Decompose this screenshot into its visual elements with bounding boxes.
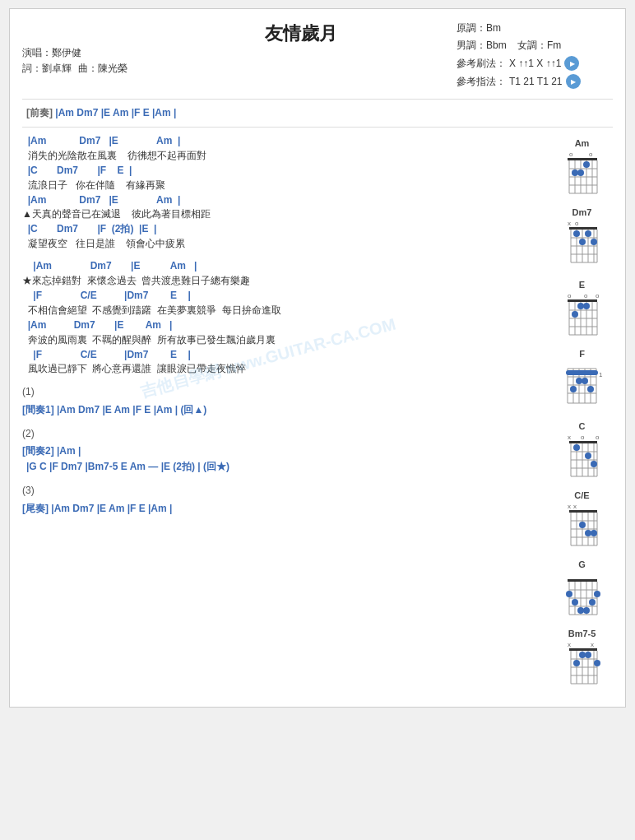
svg-point-32	[591, 239, 597, 245]
play-strum-button[interactable]	[564, 56, 579, 71]
meta-right: 原調：Bm 男調：Bbm 女調：Fm 參考刷法： X ↑↑1 X ↑↑1 參考指…	[448, 21, 613, 92]
svg-point-98	[585, 530, 591, 536]
svg-rect-2	[568, 158, 597, 160]
svg-point-48	[583, 303, 590, 309]
chord-dm7: Dm7 x o	[561, 207, 604, 270]
svg-rect-18	[569, 227, 597, 230]
chord-f-label: F	[579, 349, 585, 359]
svg-rect-100	[568, 579, 597, 582]
lyrics-v2-2: 不相信會絕望 不感覺到躊躇 在美夢裏競爭 每日拚命進取	[22, 303, 543, 318]
svg-text:x: x	[568, 220, 571, 227]
composer: 曲：陳光榮	[78, 62, 127, 76]
svg-text:x: x	[573, 503, 577, 510]
title-section: 友情歲月	[154, 21, 448, 51]
play-finger-button[interactable]	[566, 74, 581, 89]
outro-number: (3)	[22, 483, 543, 499]
chord-c-label: C	[579, 421, 586, 431]
chord-c-diagram: x o o	[561, 433, 604, 480]
verse-2: |Am Dm7 |E Am | ★來忘掉錯對 來懷念過去 曾共渡患難日子總有樂趣…	[22, 259, 543, 376]
svg-point-31	[579, 239, 586, 245]
lyrics-v1-1: 消失的光陰散在風裏 彷彿想不起再面對	[22, 148, 543, 163]
svg-text:o: o	[569, 151, 573, 158]
original-key: 原調：Bm	[457, 22, 501, 34]
svg-text:o: o	[596, 292, 600, 299]
lyrics-v2-4: 風吹過已靜下 將心意再還誰 讓眼淚已帶走夜憔悴	[22, 361, 543, 376]
chords-v1-2: |C Dm7 |F E |	[22, 164, 543, 178]
interlude-1-line: [間奏1] |Am Dm7 |E Am |F E |Am | (回▲)	[22, 402, 543, 418]
prelude-line: [前奏] |Am Dm7 |E Am |F E |Am |	[22, 106, 613, 120]
chord-am-diagram: o o	[561, 150, 604, 197]
outro-line: [尾奏] |Am Dm7 |E Am |F E |Am |	[22, 501, 543, 517]
header: 演唱：鄭伊健 詞：劉卓輝 曲：陳光榮 友情歲月 原調：Bm 男調：Bbm 女調：…	[22, 21, 613, 92]
svg-point-116	[583, 607, 590, 614]
svg-point-64	[582, 378, 588, 384]
strum-row: 參考刷法： X ↑↑1 X ↑↑1	[457, 56, 613, 71]
lyrics-v1-3: ▲天真的聲音已在滅退 彼此為著目標相距	[22, 207, 543, 221]
chord-ce: C/E x x	[561, 490, 604, 550]
svg-point-81	[573, 444, 580, 451]
interlude-2-label: [間奏2]	[22, 445, 54, 457]
svg-text:o: o	[581, 434, 585, 441]
svg-point-15	[577, 169, 584, 176]
svg-point-47	[577, 303, 584, 309]
chord-e-label: E	[579, 280, 585, 290]
chord-bm7-5: Bm7-5 x x	[561, 629, 604, 691]
interlude-1-block: (1) [間奏1] |Am Dm7 |E Am |F E |Am | (回▲)	[22, 384, 543, 417]
chord-c: C x o o	[561, 421, 604, 480]
chord-e-diagram: o o o	[561, 291, 604, 339]
lyrics-v1-4: 凝望夜空 往日是誰 領會心中疲累	[22, 236, 543, 251]
chord-ce-label: C/E	[574, 490, 589, 500]
interlude-1-label: [間奏1]	[22, 404, 54, 415]
chord-bm7-5-diagram: x x	[561, 640, 604, 691]
svg-text:o: o	[575, 220, 579, 227]
finger-label: 參考指法：	[457, 75, 506, 89]
chord-am: Am o o	[561, 138, 604, 197]
svg-point-49	[572, 311, 578, 318]
svg-point-29	[573, 230, 580, 237]
svg-point-99	[591, 530, 597, 536]
chord-dm7-diagram: x o	[561, 219, 604, 270]
svg-text:x: x	[568, 434, 571, 441]
finger-pattern: T1 21 T1 21	[509, 76, 563, 87]
lyrics-v2-3: 奔波的風雨裏 不羈的醒與醉 所有故事已發生飄泊歲月裏	[22, 332, 543, 347]
svg-rect-62	[566, 370, 598, 375]
chord-dm7-label: Dm7	[572, 207, 592, 217]
svg-point-30	[585, 230, 591, 237]
svg-text:o: o	[568, 292, 572, 299]
chords-v1-1: |Am Dm7 |E Am |	[22, 134, 543, 148]
verse-1: |Am Dm7 |E Am | 消失的光陰散在風裏 彷彿想不起再面對 |C Dm…	[22, 134, 543, 251]
outro-block: (3) [尾奏] |Am Dm7 |E Am |F E |Am |	[22, 483, 543, 516]
divider-2	[22, 127, 613, 128]
lyrics-v1-2: 流浪日子 你在伴隨 有緣再聚	[22, 178, 543, 193]
svg-point-132	[573, 660, 580, 666]
chord-ce-diagram: x x	[561, 502, 604, 550]
interlude-2-line-1: [間奏2] |Am |	[22, 443, 543, 459]
chord-e: E o o o	[561, 280, 604, 339]
svg-point-131	[585, 652, 591, 658]
svg-point-14	[572, 169, 578, 176]
chord-am-label: Am	[575, 138, 590, 148]
interlude-1-chords: |Am Dm7 |E Am |F E |Am | (回▲)	[57, 404, 206, 415]
chords-v2-4: |F C/E |Dm7 E |	[22, 348, 543, 362]
svg-point-114	[589, 599, 596, 606]
song-page: 演唱：鄭伊健 詞：劉卓輝 曲：陳光榮 友情歲月 原調：Bm 男調：Bbm 女調：…	[9, 8, 626, 708]
svg-text:o: o	[596, 434, 600, 441]
song-title: 友情歲月	[154, 21, 448, 46]
svg-point-83	[591, 461, 597, 467]
svg-text:1: 1	[599, 371, 603, 378]
male-key: 男調：Bbm	[457, 39, 507, 51]
chord-bm7-5-label: Bm7-5	[568, 629, 596, 638]
interlude-1-number: (1)	[22, 384, 543, 400]
svg-rect-36	[568, 299, 597, 302]
svg-point-82	[585, 452, 591, 459]
svg-point-13	[583, 161, 590, 168]
svg-rect-86	[569, 510, 597, 513]
svg-point-130	[579, 652, 586, 658]
svg-point-97	[579, 522, 586, 528]
chords-v1-3: |Am Dm7 |E Am |	[22, 193, 543, 207]
finger-row: 參考指法： T1 21 T1 21	[457, 74, 613, 89]
svg-text:x: x	[568, 503, 571, 510]
chord-f-diagram: 1	[561, 360, 604, 411]
svg-text:x: x	[568, 641, 571, 648]
female-key: 女調：Fm	[517, 39, 561, 51]
